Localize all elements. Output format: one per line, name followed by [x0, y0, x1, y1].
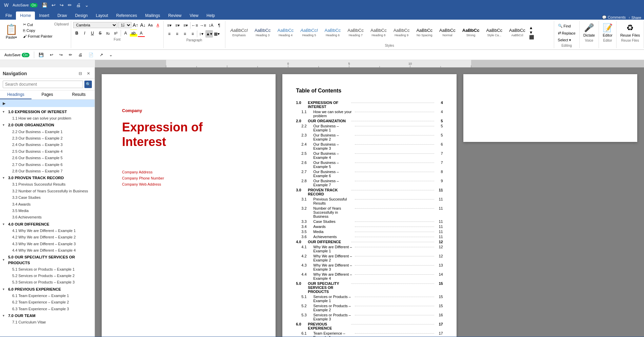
toc-entry-19[interactable]: 4.2 Why We are Different – Example 2 12: [296, 254, 443, 262]
nav-item-15[interactable]: 3.5 Media: [0, 208, 95, 214]
toc-entry-5[interactable]: 2.4 Our Business – Example 3 6: [296, 142, 443, 150]
nav-item-22[interactable]: ▾ 5.0 OUR SPECIALITY SERVICES OR PRODUCT…: [0, 254, 95, 266]
nav-item-17[interactable]: ▾ 4.0 OUR DIFFERENCE: [0, 221, 95, 228]
font-color-button[interactable]: A: [138, 29, 145, 37]
toc-entry-2[interactable]: 2.0 OUR ORGANIZATION 5: [296, 119, 443, 123]
nav-item-4[interactable]: 2.3 Our Business – Example 2: [0, 135, 95, 142]
style-item-normal[interactable]: AaBbCc Normal: [436, 26, 459, 38]
editor-button[interactable]: Editor: [601, 33, 614, 38]
toc-entry-23[interactable]: 5.1 Services or Products – Example 1 15: [296, 295, 443, 303]
nav-item-5[interactable]: 2.4 Our Business – Example 3: [0, 142, 95, 148]
tab-layout[interactable]: Layout: [92, 12, 112, 20]
tab-insert[interactable]: Insert: [35, 12, 53, 20]
subscript-button[interactable]: x₂: [104, 29, 112, 37]
style-item-heading-6[interactable]: AaBbCc Heading 6: [322, 26, 344, 38]
comments-button[interactable]: 💬 Comments: [602, 15, 626, 20]
redo-tb-button[interactable]: ↪: [57, 51, 65, 58]
bullets-button[interactable]: ≡▾: [166, 22, 173, 29]
undo-tb-button[interactable]: ↩: [47, 51, 56, 58]
draw-button[interactable]: ✏: [66, 2, 73, 8]
nav-item-8[interactable]: 2.7 Our Business – Example 6: [0, 162, 95, 168]
style-item-aabbccl[interactable]: AaBbCc AaBbCcl: [506, 26, 528, 38]
nav-tab-headings[interactable]: Headings: [0, 90, 32, 99]
style-item-emphasis[interactable]: AaBbCcI Emphasis: [227, 26, 251, 38]
find-button[interactable]: 🔍 Find: [556, 23, 577, 29]
nav-item-19[interactable]: 4.2 Why We are Different – Example 2: [0, 234, 95, 240]
nav-tree[interactable]: ▾ 1.0 EXPRESSION OF INTEREST1.1 How we c…: [0, 107, 95, 337]
nav-item-25[interactable]: 5.3 Services or Products – Example 3: [0, 279, 95, 286]
toc-entry-7[interactable]: 2.6 Our Business – Example 5 7: [296, 161, 443, 169]
toc-entry-17[interactable]: 4.0 OUR DIFFERENCE 12: [296, 240, 443, 244]
select-button[interactable]: Select ▾: [556, 37, 577, 43]
tab-draw[interactable]: Draw: [53, 12, 71, 20]
toc-entry-13[interactable]: 3.3 Case Studies 11: [296, 219, 443, 224]
toc-entry-26[interactable]: 6.0 PREVIOUS EXPERIENCE 17: [296, 322, 443, 330]
grow-font-button[interactable]: A↑: [132, 22, 139, 28]
sort-button[interactable]: ↕A: [207, 22, 215, 29]
style-item-heading-3[interactable]: AaBbCc Heading 3: [251, 26, 274, 38]
nav-item-16[interactable]: 3.6 Achievements: [0, 214, 95, 220]
nav-item-20[interactable]: 4.3 Why We are Different – Example 3: [0, 241, 95, 247]
tab-design[interactable]: Design: [71, 12, 92, 20]
styles-scroll[interactable]: ▲ ▼ ⬛: [528, 25, 535, 40]
share-tb-button[interactable]: ↗: [97, 51, 105, 58]
toc-entry-20[interactable]: 4.3 Why We are Different – Example 3 13: [296, 263, 443, 271]
search-button[interactable]: 🔍: [84, 81, 92, 88]
nav-collapse-button[interactable]: ⊟: [77, 70, 84, 77]
toc-entry-3[interactable]: 2.2 Our Business – Example 1 5: [296, 124, 443, 132]
nav-item-1[interactable]: 1.1 How we can solve your problem: [0, 115, 95, 122]
scroll-up-icon[interactable]: ▲: [529, 25, 534, 30]
save-button[interactable]: 💾: [40, 2, 49, 8]
toc-entry-12[interactable]: 3.2 Number of Years Successfully in Busi…: [296, 206, 443, 218]
tab-references[interactable]: References: [112, 12, 141, 20]
italic-button[interactable]: I: [81, 29, 88, 37]
align-center-button[interactable]: ≡: [174, 30, 181, 38]
more-tb-button[interactable]: ⌄: [107, 51, 115, 58]
toc-entry-16[interactable]: 3.6 Achievements 11: [296, 235, 443, 239]
highlight-button[interactable]: ab: [130, 29, 137, 37]
redo-button[interactable]: ↪: [58, 2, 65, 8]
tab-file[interactable]: File: [1, 12, 16, 20]
align-right-button[interactable]: ≡: [181, 30, 189, 38]
style-item-heading-8[interactable]: AaBbCc Heading 8: [367, 26, 390, 38]
superscript-button[interactable]: x²: [112, 29, 120, 37]
toc-entry-9[interactable]: 2.8 Our Business – Example 7 9: [296, 179, 443, 187]
nav-item-21[interactable]: 4.4 Why We are Different – Example 4: [0, 247, 95, 254]
draw-tb-button[interactable]: ✏: [66, 51, 75, 58]
tab-review[interactable]: Review: [164, 12, 185, 20]
nav-item-13[interactable]: 3.3 Case Studies: [0, 194, 95, 201]
toc-entry-27[interactable]: 6.1 Team Experience – Example 1 17: [296, 331, 443, 337]
toc-entry-22[interactable]: 5.0 OUR SPECIALITY SERVICES OR PRODUCTS …: [296, 281, 443, 294]
multilevel-button[interactable]: ≡▾: [182, 22, 189, 29]
toc-entry-10[interactable]: 3.0 PROVEN TRACK RECORD 11: [296, 188, 443, 196]
nav-item-0[interactable]: ▾ 1.0 EXPRESSION OF INTEREST: [0, 108, 95, 115]
nav-item-3[interactable]: 2.2 Our Business – Example 1: [0, 129, 95, 135]
autosave-state[interactable]: On: [30, 3, 38, 7]
change-case-button[interactable]: Aa: [147, 22, 154, 28]
cut-button[interactable]: ✂ Cut: [21, 22, 54, 27]
nav-item-29[interactable]: 6.3 Team Experience – Example 3: [0, 306, 95, 312]
nav-item-30[interactable]: ▾ 7.0 OUR TEAM: [0, 312, 95, 319]
nav-item-28[interactable]: 6.2 Team Experience – Example 2: [0, 299, 95, 306]
style-item-heading-5[interactable]: AaBbCcI Heading 5: [297, 26, 321, 38]
nav-item-14[interactable]: 3.4 Awards: [0, 201, 95, 208]
nav-item-12[interactable]: 3.2 Number of Years Successfully in Busi…: [0, 188, 95, 194]
toc-entry-0[interactable]: 1.0 EXPRESSION OF INTEREST 4: [296, 101, 443, 109]
dictate-button[interactable]: Dictate: [582, 33, 597, 38]
align-left-button[interactable]: ≡: [166, 30, 173, 38]
search-input[interactable]: [3, 81, 83, 88]
save-tb-button[interactable]: 💾: [36, 51, 46, 58]
toc-entry-15[interactable]: 3.5 Media 11: [296, 230, 443, 234]
tab-help[interactable]: Help: [202, 12, 219, 20]
style-item-no-spacing[interactable]: AaBbCc No Spacing: [413, 26, 436, 38]
justify-button[interactable]: ≡: [189, 30, 197, 38]
style-item-heading-9[interactable]: AaBbCc Heading 9: [390, 26, 413, 38]
borders-button[interactable]: ▦▾: [213, 30, 221, 38]
nav-item-26[interactable]: ▾ 6.0 PREVIOUS EXPERIENCE: [0, 286, 95, 293]
more-commands-button[interactable]: ⌄: [83, 2, 90, 8]
reuse-button[interactable]: Reuse Files: [619, 33, 642, 38]
clear-formatting-button[interactable]: A: [155, 22, 161, 28]
toc-entry-8[interactable]: 2.7 Our Business – Example 6 8: [296, 170, 443, 178]
font-size-select[interactable]: 12: [118, 22, 132, 28]
style-item-strong[interactable]: AaBbCc Strong: [459, 26, 483, 38]
